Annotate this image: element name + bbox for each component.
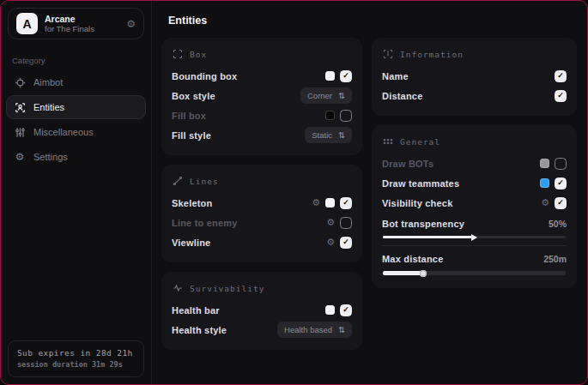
setting-label: Bounding box bbox=[172, 71, 237, 81]
sub-expiry-text: Sub expires in 28d 21h bbox=[17, 348, 135, 358]
row-settings-gear-icon[interactable]: ⚙ bbox=[541, 198, 549, 208]
app-window: A Arcane for The Finals ⚙ Category Aimbo… bbox=[0, 0, 588, 385]
page-title: Entities bbox=[168, 15, 577, 27]
dropdown-value: Corner bbox=[307, 91, 332, 100]
box-style-dropdown[interactable]: Corner ⇅ bbox=[300, 87, 352, 104]
slider-value: 250m bbox=[543, 254, 567, 264]
check-icon: ✓ bbox=[557, 92, 564, 99]
check-icon: ✓ bbox=[557, 179, 564, 187]
checkbox[interactable]: ✓ bbox=[340, 217, 352, 229]
gear-icon[interactable]: ⚙ bbox=[126, 19, 136, 29]
fill-style-dropdown[interactable]: Static ⇅ bbox=[305, 127, 352, 143]
app-logo: A bbox=[16, 13, 38, 34]
health-style-dropdown[interactable]: Health based ⇅ bbox=[277, 322, 352, 338]
gear-icon: ⚙ bbox=[14, 151, 26, 163]
setting-label: Health bar bbox=[172, 305, 220, 316]
lines-card: Lines Skeleton ⚙ ✓ Line to enemy ⚙ bbox=[161, 165, 362, 262]
general-card: General Draw BOTs ✓ Draw teammates bbox=[372, 125, 577, 288]
checkbox[interactable]: ✓ bbox=[555, 70, 567, 82]
row-settings-gear-icon[interactable]: ⚙ bbox=[326, 218, 335, 227]
updown-chevron-icon: ⇅ bbox=[338, 131, 345, 140]
setting-row-fill-style: Fill style Static ⇅ bbox=[172, 125, 352, 145]
setting-label: Fill style bbox=[172, 130, 211, 141]
color-swatch[interactable] bbox=[325, 71, 335, 81]
max-distance-slider[interactable] bbox=[383, 271, 566, 275]
setting-label: Draw BOTs bbox=[382, 159, 433, 169]
sidebar-item-label: Entities bbox=[33, 102, 64, 112]
checkbox[interactable]: ✓ bbox=[555, 177, 567, 189]
sidebar-item-aimbot[interactable]: Aimbot bbox=[6, 70, 146, 94]
check-icon: ✓ bbox=[342, 238, 349, 246]
setting-row-draw-bots: Draw BOTs ✓ bbox=[382, 153, 567, 173]
check-icon: ✓ bbox=[557, 72, 564, 80]
information-card: Information Name ✓ Distance ✓ bbox=[372, 38, 577, 116]
color-swatch[interactable] bbox=[540, 178, 549, 188]
setting-label: Health style bbox=[172, 325, 227, 335]
card-title: Lines bbox=[190, 177, 219, 186]
row-settings-gear-icon[interactable]: ⚙ bbox=[312, 198, 320, 208]
crosshair-icon bbox=[14, 77, 26, 88]
color-swatch[interactable] bbox=[325, 305, 335, 315]
setting-row-viewline: Viewline ⚙ ✓ bbox=[172, 232, 352, 252]
dropdown-value: Static bbox=[312, 130, 332, 140]
setting-label: Line to enemy bbox=[172, 218, 238, 228]
app-title: Arcane bbox=[45, 14, 119, 25]
info-scan-icon bbox=[383, 49, 393, 59]
checkbox[interactable]: ✓ bbox=[555, 158, 567, 170]
lines-icon bbox=[173, 176, 183, 186]
setting-row-health-style: Health style Health based ⇅ bbox=[172, 320, 352, 340]
entity-scan-icon bbox=[14, 102, 26, 113]
updown-chevron-icon: ⇅ bbox=[338, 92, 345, 100]
checkbox[interactable]: ✓ bbox=[340, 304, 352, 316]
logo-card: A Arcane for The Finals ⚙ bbox=[8, 8, 144, 39]
setting-label: Fill box bbox=[172, 111, 206, 121]
card-title: Information bbox=[400, 50, 464, 59]
sidebar-item-entities[interactable]: Entities bbox=[6, 95, 146, 119]
check-icon: ✓ bbox=[342, 72, 349, 80]
dropdown-value: Health based bbox=[284, 325, 332, 334]
sidebar-item-miscellaneous[interactable]: Miscellaneous bbox=[6, 120, 146, 144]
divider bbox=[382, 245, 567, 246]
max-distance-slider-group: Max distance 250m bbox=[382, 251, 567, 275]
setting-row-draw-teammates: Draw teammates ✓ bbox=[382, 173, 567, 193]
sidebar-item-settings[interactable]: ⚙ Settings bbox=[6, 145, 146, 169]
main-content: Entities Box Bounding box bbox=[152, 1, 588, 384]
checkbox[interactable]: ✓ bbox=[340, 237, 352, 249]
check-icon: ✓ bbox=[342, 199, 349, 207]
updown-chevron-icon: ⇅ bbox=[338, 326, 345, 334]
slider-value: 50% bbox=[549, 219, 567, 229]
survivability-card: Survivability Health bar ✓ Health style … bbox=[161, 272, 362, 350]
bounding-box-icon bbox=[173, 49, 183, 59]
bot-transparency-slider[interactable] bbox=[383, 236, 566, 238]
sidebar-item-label: Miscellaneous bbox=[33, 127, 94, 137]
slider-label: Bot transpenency bbox=[382, 219, 464, 229]
checkbox[interactable]: ✓ bbox=[340, 197, 352, 209]
color-swatch[interactable] bbox=[540, 159, 549, 168]
setting-row-bounding-box: Bounding box ✓ bbox=[172, 66, 352, 86]
app-subtitle: for The Finals bbox=[45, 24, 119, 33]
checkbox[interactable]: ✓ bbox=[555, 90, 567, 102]
bot-transparency-slider-group: Bot transpenency 50% bbox=[382, 216, 567, 238]
setting-label: Box style bbox=[172, 91, 215, 101]
slider-fill bbox=[383, 236, 472, 238]
color-swatch[interactable] bbox=[325, 111, 335, 120]
slider-label: Max distance bbox=[382, 254, 443, 264]
checkbox[interactable]: ✓ bbox=[340, 110, 352, 122]
setting-row-line-to-enemy: Line to enemy ⚙ ✓ bbox=[172, 213, 352, 232]
pulse-icon bbox=[173, 283, 183, 293]
sidebar-item-label: Settings bbox=[33, 152, 68, 162]
sidebar-spacer bbox=[1, 169, 151, 334]
setting-row-box-style: Box style Corner ⇅ bbox=[172, 86, 352, 105]
checkbox[interactable]: ✓ bbox=[340, 70, 352, 82]
setting-row-visibility-check: Visibility check ⚙ ✓ bbox=[382, 193, 567, 213]
sidebar-item-label: Aimbot bbox=[33, 77, 63, 87]
setting-row-name: Name ✓ bbox=[382, 66, 567, 86]
checkbox[interactable]: ✓ bbox=[555, 197, 567, 209]
setting-row-skeleton: Skeleton ⚙ ✓ bbox=[172, 193, 352, 213]
card-title: Survivability bbox=[190, 284, 264, 293]
box-card: Box Bounding box ✓ Box style Corner bbox=[161, 38, 362, 155]
color-swatch[interactable] bbox=[325, 198, 335, 208]
card-title: General bbox=[400, 137, 440, 147]
grid-dots-icon bbox=[383, 136, 393, 147]
row-settings-gear-icon[interactable]: ⚙ bbox=[326, 238, 335, 247]
